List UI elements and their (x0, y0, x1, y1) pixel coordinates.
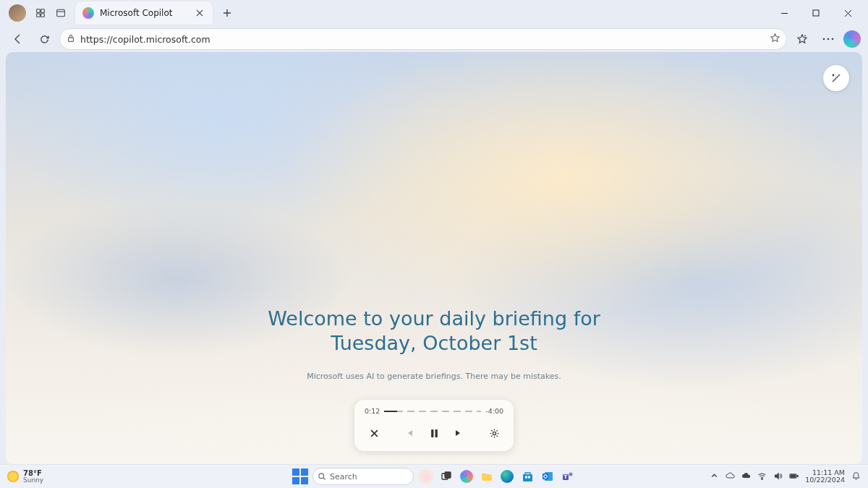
task-view-icon[interactable] (438, 468, 454, 484)
svg-rect-0 (37, 9, 41, 13)
progress-track[interactable] (384, 411, 481, 412)
svg-rect-3 (41, 14, 45, 17)
taskbar-app-1[interactable] (418, 468, 434, 484)
window-controls (768, 0, 864, 26)
search-icon (318, 472, 326, 481)
taskbar-center: Search T (292, 468, 576, 485)
system-tray: 11:11 AM 10/22/2024 (710, 469, 861, 484)
elapsed-time: 0:12 (365, 407, 380, 415)
wifi-icon[interactable] (757, 471, 767, 482)
svg-point-10 (833, 74, 834, 76)
temperature: 78°F (23, 470, 43, 477)
profile-avatar[interactable] (9, 4, 26, 22)
favorite-button[interactable] (770, 33, 780, 46)
site-info-icon[interactable] (66, 33, 76, 46)
svg-point-13 (493, 432, 495, 435)
svg-point-9 (832, 38, 834, 40)
volume-icon[interactable] (773, 471, 783, 482)
onedrive-icon[interactable] (726, 471, 735, 482)
copilot-sidebar-button[interactable] (843, 30, 861, 48)
cloud-icon[interactable] (741, 471, 751, 482)
browser-tab[interactable]: Microsoft Copilot (75, 1, 213, 25)
magic-wand-button[interactable] (823, 65, 849, 91)
next-track-button[interactable] (449, 424, 468, 442)
url-text: https://copilot.microsoft.com (80, 34, 770, 45)
svg-point-7 (823, 38, 825, 40)
svg-rect-28 (791, 474, 796, 477)
svg-rect-4 (57, 9, 65, 16)
edge-icon[interactable] (499, 468, 515, 484)
svg-rect-19 (528, 476, 530, 478)
browser-toolbar: https://copilot.microsoft.com (0, 26, 868, 52)
svg-rect-18 (525, 476, 527, 478)
svg-point-25 (569, 473, 573, 476)
svg-rect-16 (445, 472, 451, 478)
windows-taskbar: 78°F Sunny Search T 11:11 AM 10/22/2024 (0, 464, 868, 488)
tray-overflow-icon[interactable] (710, 471, 719, 482)
outlook-icon[interactable] (540, 468, 556, 484)
store-icon[interactable] (519, 468, 535, 484)
window-close-button[interactable] (832, 0, 864, 26)
svg-point-8 (827, 38, 830, 40)
page-viewport: Welcome to your daily briefing for Tuesd… (6, 52, 862, 464)
previous-track-button[interactable] (400, 424, 419, 442)
start-button[interactable] (292, 468, 308, 484)
file-explorer-icon[interactable] (479, 468, 495, 484)
browser-titlebar: Microsoft Copilot (0, 0, 868, 26)
weather-condition: Sunny (23, 477, 43, 484)
player-timeline[interactable]: 0:12 -4:00 (365, 407, 503, 415)
player-controls (365, 424, 503, 442)
minimize-button[interactable] (768, 0, 800, 26)
ai-disclaimer: Microsoft uses AI to generate briefings.… (6, 372, 862, 381)
audio-player: 0:12 -4:00 (354, 400, 514, 451)
player-settings-button[interactable] (485, 424, 503, 442)
refresh-button[interactable] (33, 28, 55, 50)
svg-rect-29 (797, 475, 798, 476)
clock[interactable]: 11:11 AM 10/22/2024 (805, 469, 845, 484)
close-player-button[interactable] (365, 424, 383, 442)
new-tab-button[interactable] (217, 3, 237, 23)
remaining-time: -4:00 (485, 407, 503, 415)
svg-rect-17 (523, 474, 532, 481)
address-bar[interactable]: https://copilot.microsoft.com (59, 28, 787, 50)
svg-rect-6 (69, 38, 74, 41)
svg-rect-2 (37, 14, 41, 17)
notifications-icon[interactable] (851, 471, 861, 482)
copilot-taskbar-icon[interactable] (459, 468, 475, 484)
favorites-button[interactable] (791, 28, 813, 50)
search-placeholder: Search (330, 472, 357, 481)
tab-actions-icon[interactable] (51, 3, 71, 23)
pause-button[interactable] (425, 424, 443, 442)
battery-icon[interactable] (789, 471, 799, 482)
menu-button[interactable] (817, 28, 839, 50)
svg-rect-12 (435, 429, 437, 437)
taskbar-search[interactable]: Search (312, 468, 414, 485)
svg-rect-1 (41, 9, 45, 13)
hero-section: Welcome to your daily briefing for Tuesd… (6, 307, 862, 381)
svg-rect-11 (431, 429, 433, 437)
svg-point-14 (319, 474, 324, 479)
svg-text:T: T (564, 474, 568, 480)
teams-icon[interactable]: T (560, 468, 576, 484)
workspaces-icon[interactable] (30, 3, 51, 23)
tab-close-button[interactable] (192, 6, 207, 20)
weather-widget[interactable]: 78°F Sunny (7, 470, 43, 484)
briefing-heading: Welcome to your daily briefing for Tuesd… (6, 307, 862, 356)
tab-title: Microsoft Copilot (100, 8, 192, 18)
sun-icon (7, 471, 19, 482)
back-button[interactable] (7, 28, 29, 50)
svg-point-26 (762, 478, 763, 479)
svg-rect-5 (813, 10, 819, 16)
copilot-favicon-icon (82, 7, 94, 19)
maximize-button[interactable] (800, 0, 832, 26)
